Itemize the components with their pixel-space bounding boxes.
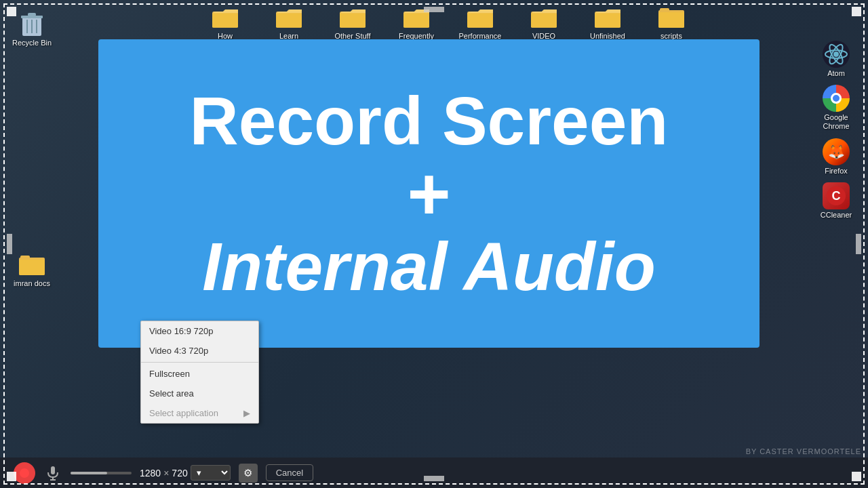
dropdown-item-169-label: Video 16:9 720p <box>149 326 213 336</box>
recording-toolbar: 868 × 488 ▾ 720 1080 480 ⚙ Cancel <box>0 458 868 488</box>
svg-text:C: C <box>832 189 841 203</box>
desktop-icon-ccleaner[interactable]: C CCleaner <box>814 182 858 220</box>
folder-icon-video <box>530 3 557 30</box>
desktop-icon-otherstuff[interactable]: Other Stuff <box>331 3 374 41</box>
audio-slider-fill <box>71 472 107 474</box>
desktop-icon-scripts[interactable]: scripts <box>650 3 693 41</box>
resolution-display: 868 × 488 ▾ 720 1080 480 <box>140 465 231 481</box>
dropdown-item-selectarea-label: Select area <box>149 388 194 399</box>
folder-icon-how <box>212 3 239 30</box>
svg-rect-7 <box>403 13 429 27</box>
banner: Record Screen + Internal Audio <box>98 39 760 348</box>
watermark: BY CASTER VERMOORTELE <box>746 447 861 455</box>
desktop: How Learn Other Stuff <box>0 0 868 488</box>
cancel-button[interactable]: Cancel <box>266 464 313 481</box>
dropdown-item-169[interactable]: Video 16:9 720p <box>141 321 258 341</box>
desktop-icon-firefox-label: Firefox <box>825 167 848 176</box>
firefox-app-icon: 🦊 <box>823 138 850 165</box>
dropdown-item-selectapp-label: Select application <box>149 408 218 418</box>
desktop-icon-atom[interactable]: Atom <box>814 41 858 78</box>
svg-rect-19 <box>28 13 36 16</box>
desktop-icon-frequently[interactable]: Frequently <box>395 3 438 41</box>
desktop-icon-unfinished[interactable]: Unfinished <box>586 3 629 41</box>
dropdown-divider-1 <box>141 362 258 363</box>
resolution-dropdown[interactable]: ▾ 720 1080 480 <box>191 465 231 481</box>
banner-title: Record Screen <box>190 85 669 157</box>
record-button[interactable] <box>14 462 35 484</box>
desktop-icon-video[interactable]: VIDEO <box>522 3 566 41</box>
dropdown-menu: Video 16:9 720p Video 4:3 720p Fullscree… <box>140 321 259 424</box>
desktop-icon-firefox[interactable]: 🦊 Firefox <box>814 138 858 176</box>
folder-icon-scripts <box>658 3 685 30</box>
svg-rect-16 <box>660 8 669 12</box>
dropdown-item-43-label: Video 4:3 720p <box>149 346 208 356</box>
desktop-icons-top: How Learn Other Stuff <box>203 0 793 44</box>
folder-icon-unfinished <box>594 3 621 30</box>
svg-rect-25 <box>20 256 30 260</box>
svg-rect-15 <box>658 12 684 28</box>
desktop-icon-recycle[interactable]: Recycle Bin <box>10 10 54 47</box>
svg-rect-32 <box>51 466 55 474</box>
svg-rect-1 <box>212 13 238 27</box>
cancel-button-label: Cancel <box>276 468 303 478</box>
desktop-icon-learn[interactable]: Learn <box>267 3 311 41</box>
desktop-icon-ccleaner-label: CCleaner <box>821 211 852 220</box>
desktop-icons-right: Atom Google Chrome 🦊 Firefox <box>814 41 858 220</box>
folder-icon-frequently <box>403 3 430 30</box>
svg-rect-13 <box>595 13 620 27</box>
resolution-width: 1280 <box>140 468 161 479</box>
record-button-indicator <box>20 468 29 478</box>
dropdown-item-selectarea[interactable]: Select area <box>141 384 258 403</box>
settings-icon: ⚙ <box>243 467 252 479</box>
folder-icon-imrandocs <box>18 251 45 278</box>
desktop-icon-chrome[interactable]: Google Chrome <box>814 85 858 131</box>
settings-button[interactable]: ⚙ <box>239 464 258 483</box>
atom-app-icon <box>823 41 850 68</box>
dropdown-item-selectapp-arrow: ▶ <box>243 408 250 418</box>
svg-rect-3 <box>276 13 302 27</box>
audio-slider[interactable] <box>71 472 132 474</box>
banner-plus: + <box>407 157 450 231</box>
dropdown-item-43[interactable]: Video 4:3 720p <box>141 341 258 361</box>
folder-icon-otherstuff <box>339 3 366 30</box>
svg-rect-5 <box>340 13 366 27</box>
svg-rect-9 <box>467 13 493 27</box>
svg-rect-11 <box>531 13 557 27</box>
desktop-icon-imrandocs[interactable]: imran docs <box>10 251 54 288</box>
edge-handle-right[interactable] <box>856 234 861 254</box>
dropdown-item-fullscreen[interactable]: Fullscreen <box>141 364 258 384</box>
recycle-bin-icon <box>18 10 45 37</box>
desktop-icon-chrome-label: Google Chrome <box>814 113 858 131</box>
desktop-icon-recycle-label: Recycle Bin <box>12 39 52 47</box>
desktop-icons-left: Recycle Bin imran docs <box>10 7 54 288</box>
ccleaner-app-icon: C <box>823 182 850 209</box>
svg-rect-24 <box>19 260 45 275</box>
corner-tr <box>852 7 861 16</box>
banner-subtitle: Internal Audio <box>202 231 656 302</box>
desktop-icon-atom-label: Atom <box>827 69 845 78</box>
folder-icon-learn <box>275 3 302 30</box>
folder-icon-performance <box>467 3 494 30</box>
desktop-icon-performance[interactable]: Performance <box>458 3 502 41</box>
desktop-icon-how[interactable]: How <box>203 3 247 41</box>
svg-point-26 <box>833 52 839 57</box>
resolution-separator: × <box>163 468 169 479</box>
resolution-height: 720 <box>172 468 187 479</box>
dropdown-item-fullscreen-label: Fullscreen <box>149 369 190 379</box>
chrome-app-icon <box>823 85 850 112</box>
mic-icon <box>43 464 62 483</box>
dropdown-item-selectapp[interactable]: Select application ▶ <box>141 403 258 423</box>
desktop-icon-imrandocs-label: imran docs <box>14 279 50 288</box>
